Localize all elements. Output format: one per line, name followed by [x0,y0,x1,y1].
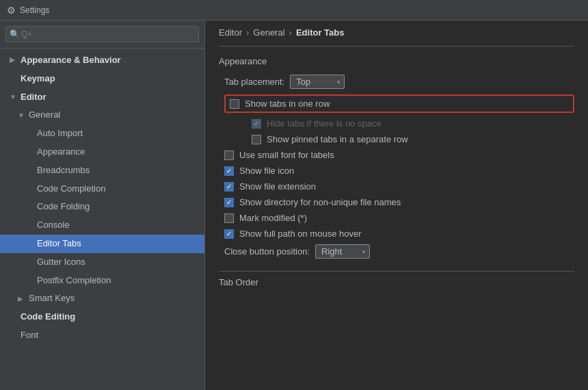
breadcrumb-sep1: › [246,27,249,38]
show-tabs-one-row-label[interactable]: Show tabs in one row [245,99,330,109]
sidebar-item-label-auto-import: Auto Import [37,127,83,141]
sidebar-item-console[interactable]: Console [0,216,204,235]
show-tabs-one-row-row: Show tabs in one row [224,94,574,113]
show-tabs-one-row-checkbox[interactable] [230,99,239,109]
sidebar-item-label-general: General [29,108,60,122]
sidebar-item-editor-tabs[interactable]: Editor Tabs [0,235,204,253]
sidebar-item-label-postfix-completion: Postfix Completion [37,274,111,288]
show-full-path-label[interactable]: Show full path on mouse hover [239,229,362,239]
sidebar: 🔍 ▶Appearance & BehaviorKeymap▼Editor▼Ge… [0,21,205,390]
settings-icon: ⚙ [7,5,16,16]
hide-tabs-checkbox[interactable] [252,119,261,129]
sidebar-tree: ▶Appearance & BehaviorKeymap▼Editor▼Gene… [0,49,204,390]
sidebar-item-appearance[interactable]: Appearance [0,143,204,161]
breadcrumb-editor: Editor [219,27,242,38]
sidebar-item-code-editing[interactable]: Code Editing [0,308,204,326]
window-title: Settings [20,5,49,15]
search-input[interactable] [5,26,199,42]
tab-placement-row: Tab placement: Top Bottom Left Right Non… [219,72,574,92]
sidebar-item-code-completion[interactable]: Code Completion [0,180,204,198]
show-directory-row: Show directory for non-unique file names [219,194,574,210]
small-font-label[interactable]: Use small font for labels [239,150,334,160]
show-file-icon-checkbox[interactable] [224,166,234,176]
sidebar-item-general[interactable]: ▼General [0,106,204,125]
show-file-icon-label[interactable]: Show file icon [239,166,294,176]
breadcrumb-current: Editor Tabs [296,27,345,38]
title-bar: ⚙ Settings [0,0,588,21]
tab-order-label: Tab Order [219,271,574,287]
mark-modified-label[interactable]: Mark modified (*) [239,213,307,223]
show-full-path-row: Show full path on mouse hover [219,226,574,242]
show-file-extension-row: Show file extension [219,179,574,194]
show-pinned-label[interactable]: Show pinned tabs in a separate row [267,134,408,144]
show-file-extension-checkbox[interactable] [224,182,234,192]
sidebar-item-font[interactable]: Font [0,326,204,345]
mark-modified-checkbox[interactable] [224,213,234,223]
sidebar-item-label-appearance-behavior: Appearance & Behavior [21,53,121,68]
sidebar-item-postfix-completion[interactable]: Postfix Completion [0,272,204,290]
breadcrumb-sep2: › [289,27,292,38]
sidebar-item-label-code-folding: Code Folding [37,200,90,214]
sidebar-item-appearance-behavior[interactable]: ▶Appearance & Behavior [0,51,204,70]
sidebar-item-label-keymap: Keymap [21,72,55,86]
show-file-extension-label[interactable]: Show file extension [239,181,316,192]
close-button-position-label: Close button position: [224,246,310,257]
sidebar-item-label-editor-tabs: Editor Tabs [37,237,81,251]
right-panel: Editor › General › Editor Tabs Appearanc… [205,21,588,390]
search-icon: 🔍 [10,29,20,39]
show-full-path-checkbox[interactable] [224,229,234,239]
main-content: 🔍 ▶Appearance & BehaviorKeymap▼Editor▼Ge… [0,21,588,390]
breadcrumb-general: General [253,27,284,38]
sidebar-item-breadcrumbs[interactable]: Breadcrumbs [0,161,204,180]
search-bar: 🔍 [0,21,204,49]
sidebar-item-label-font: Font [21,328,38,343]
sidebar-item-code-folding[interactable]: Code Folding [0,198,204,216]
appearance-section-label: Appearance [219,56,574,66]
close-button-position-row: Close button position: Right Left Hidden [219,242,574,261]
tab-placement-label: Tab placement: [224,77,284,87]
hide-tabs-label: Hide tabs if there is no space [267,118,382,129]
show-pinned-row: Show pinned tabs in a separate row [219,131,574,147]
sidebar-item-label-console: Console [37,218,70,233]
sidebar-item-editor[interactable]: ▼Editor [0,88,204,107]
close-button-dropdown[interactable]: Right Left Hidden [315,244,370,259]
sidebar-item-label-breadcrumbs: Breadcrumbs [37,164,90,178]
show-pinned-checkbox[interactable] [252,135,261,144]
sidebar-item-label-gutter-icons: Gutter Icons [37,255,85,270]
show-directory-checkbox[interactable] [224,198,234,207]
tab-placement-dropdown-wrapper: Top Bottom Left Right None [290,75,345,89]
show-file-icon-row: Show file icon [219,163,574,179]
sidebar-item-label-smart-keys: Smart Keys [29,291,75,306]
sidebar-item-label-code-editing: Code Editing [21,310,75,324]
close-button-dropdown-wrapper: Right Left Hidden [315,244,370,259]
breadcrumb: Editor › General › Editor Tabs [219,27,574,38]
show-directory-label[interactable]: Show directory for non-unique file names [239,197,401,207]
sidebar-item-smart-keys[interactable]: ▶Smart Keys [0,289,204,308]
tab-placement-dropdown[interactable]: Top Bottom Left Right None [290,75,345,89]
appearance-section: Appearance Tab placement: Top Bottom Lef… [219,46,574,261]
sidebar-item-auto-import[interactable]: Auto Import [0,125,204,143]
hide-tabs-row: Hide tabs if there is no space [219,116,574,131]
sidebar-item-keymap[interactable]: Keymap [0,70,204,88]
search-wrapper: 🔍 [5,26,199,42]
small-font-row: Use small font for labels [219,147,574,163]
small-font-checkbox[interactable] [224,151,234,160]
sidebar-item-label-appearance: Appearance [37,145,85,159]
tab-order-section: Tab Order [219,271,574,287]
mark-modified-row: Mark modified (*) [219,210,574,226]
sidebar-item-gutter-icons[interactable]: Gutter Icons [0,253,204,272]
sidebar-item-label-editor: Editor [21,90,46,105]
sidebar-item-label-code-completion: Code Completion [37,182,105,196]
